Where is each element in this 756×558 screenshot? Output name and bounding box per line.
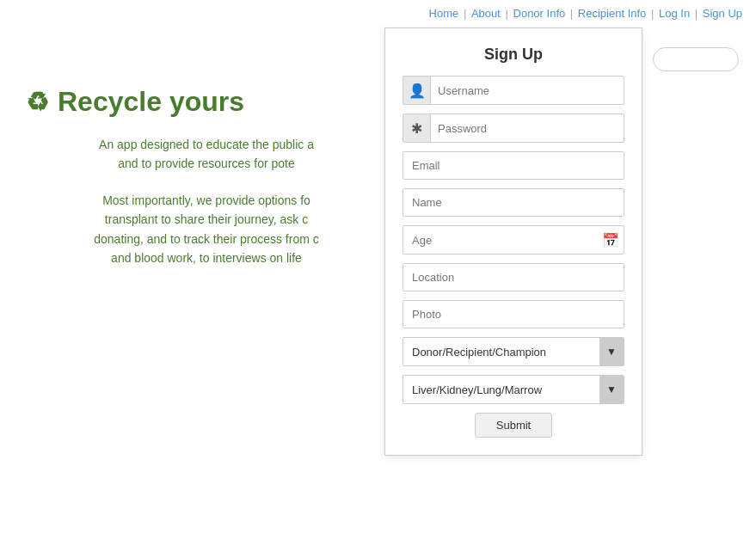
signup-panel: Sign Up 👤 ✱ 📅 Donor/Recipient/Champion ▼ — [384, 28, 642, 456]
nav-about[interactable]: About — [471, 7, 501, 20]
password-icon: ✱ — [403, 114, 431, 142]
photo-input[interactable] — [403, 301, 624, 328]
organ-select-row: Liver/Kidney/Lung/Marrow ▼ — [403, 375, 624, 404]
name-input[interactable] — [403, 189, 624, 216]
location-row — [403, 263, 624, 291]
name-row — [403, 188, 624, 217]
submit-button[interactable]: Submit — [475, 413, 552, 438]
signup-title: Sign Up — [403, 46, 624, 64]
user-icon: 👤 — [403, 77, 431, 104]
role-select[interactable]: Donor/Recipient/Champion — [403, 339, 599, 365]
bg-paragraph2: Most importantly, we provide options fo … — [26, 191, 387, 268]
age-row: 📅 — [403, 225, 624, 254]
background-content: ♻ Recycle yours An app designed to educa… — [26, 86, 387, 285]
organ-dropdown-arrow: ▼ — [599, 376, 624, 403]
role-dropdown-arrow: ▼ — [599, 338, 624, 365]
nav-home[interactable]: Home — [429, 7, 459, 20]
calendar-icon: 📅 — [598, 226, 624, 254]
password-row: ✱ — [403, 113, 624, 143]
photo-row — [403, 300, 624, 328]
nav-donor-info[interactable]: Donor Info — [513, 7, 566, 20]
top-navigation: Home | About | Donor Info | Recipient In… — [0, 0, 756, 27]
nav-recipient-info[interactable]: Recipient Info — [578, 7, 647, 20]
email-row — [403, 151, 624, 180]
search-bar — [653, 47, 739, 71]
bg-paragraph1: An app designed to educate the public aa… — [26, 135, 387, 174]
nav-login[interactable]: Log In — [659, 7, 690, 20]
role-select-row: Donor/Recipient/Champion ▼ — [403, 337, 624, 366]
password-input[interactable] — [431, 117, 624, 140]
email-input[interactable] — [403, 152, 624, 179]
organ-select[interactable]: Liver/Kidney/Lung/Marrow — [403, 377, 599, 403]
location-input[interactable] — [403, 264, 624, 291]
recycle-icon: ♻ — [26, 87, 49, 117]
nav-signup[interactable]: Sign Up — [703, 7, 742, 20]
bg-title: ♻ Recycle yours — [26, 86, 387, 118]
username-row: 👤 — [403, 76, 624, 105]
username-input[interactable] — [431, 79, 624, 102]
bg-title-text: Recycle yours — [58, 86, 244, 118]
age-input[interactable] — [403, 227, 598, 254]
